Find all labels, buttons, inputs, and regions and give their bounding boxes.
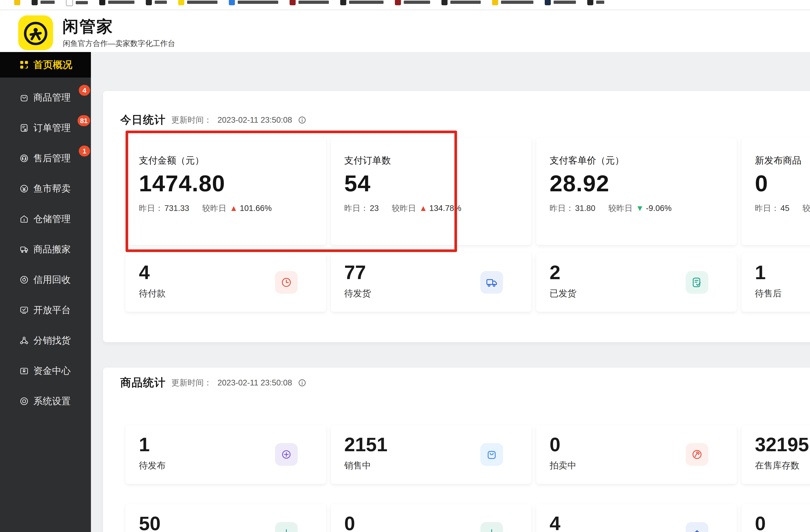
count-card[interactable]: 50 bbox=[126, 504, 326, 532]
bookmark-title-stub bbox=[450, 1, 481, 4]
metric-label: 新发布商品 bbox=[755, 154, 810, 167]
product-stats-panel: 商品统计更新时间：2023-02-11 23:50:081待发布2151销售中0… bbox=[103, 368, 810, 532]
sidebar-item-5[interactable]: 仓储管理 bbox=[0, 204, 91, 234]
count-card[interactable]: 1待售后 bbox=[742, 253, 810, 312]
sidebar-item-4[interactable]: 鱼市帮卖 bbox=[0, 173, 91, 204]
bookmark-item[interactable] bbox=[395, 0, 430, 5]
headset-icon bbox=[19, 153, 29, 163]
bookmark-item[interactable] bbox=[146, 0, 167, 5]
delta-up-arrow-icon: ▲ bbox=[419, 204, 427, 213]
bookmark-title-stub bbox=[108, 1, 134, 4]
bookmark-favicon bbox=[290, 0, 296, 5]
clock-icon bbox=[280, 276, 292, 288]
sidebar-item-1[interactable]: 商品管理4 bbox=[0, 82, 91, 113]
settings-icon bbox=[19, 396, 29, 406]
sidebar-item-2[interactable]: 订单管理81 bbox=[0, 113, 91, 143]
count-card[interactable]: 32195在售库存数 bbox=[742, 425, 810, 484]
bookmark-title-stub bbox=[554, 1, 576, 4]
browser-bookmarks-bar[interactable] bbox=[0, 0, 810, 10]
bookmark-item[interactable] bbox=[178, 0, 217, 5]
arrow-down-icon bbox=[280, 527, 292, 532]
delta-value: 134.78% bbox=[429, 204, 461, 213]
yesterday-value: 45 bbox=[780, 204, 790, 213]
network-icon bbox=[19, 336, 29, 345]
yesterday-label: 昨日： bbox=[755, 203, 779, 214]
metric-value: 28.92 bbox=[550, 170, 725, 197]
delta-up-arrow-icon: ▲ bbox=[230, 204, 238, 213]
metric-comparison-row: 昨日：23较昨日▲134.78% bbox=[344, 203, 519, 214]
updated-time-label: 更新时间： bbox=[171, 114, 212, 126]
bookmark-item[interactable] bbox=[492, 0, 533, 5]
metric-comparison-row: 昨日：31.80较昨日▼-9.06% bbox=[550, 203, 725, 214]
sidebar-item-9[interactable]: 分销找货 bbox=[0, 325, 91, 356]
notification-badge: 1 bbox=[79, 146, 90, 156]
bookmark-favicon bbox=[587, 0, 593, 5]
bookmark-item[interactable] bbox=[545, 0, 576, 5]
bookmark-title-stub bbox=[596, 1, 604, 4]
sidebar-item-10[interactable]: 资金中心 bbox=[0, 356, 91, 386]
info-icon[interactable] bbox=[298, 116, 307, 124]
count-card[interactable]: 0 bbox=[742, 504, 810, 532]
count-icon-box bbox=[480, 443, 503, 466]
bookmark-item[interactable] bbox=[290, 0, 329, 5]
bookmark-title-stub bbox=[155, 1, 167, 4]
count-card-row: 1待发布2151销售中0拍卖中32195在售库存数 bbox=[126, 425, 810, 484]
count-card[interactable]: 1待发布 bbox=[126, 425, 326, 484]
hammer-icon bbox=[691, 448, 703, 461]
sidebar-item-8[interactable]: 开放平台 bbox=[0, 295, 91, 325]
count-card[interactable]: 0 bbox=[331, 504, 531, 532]
notification-badge: 4 bbox=[79, 85, 90, 96]
count-value: 1 bbox=[755, 263, 810, 282]
sidebar-item-label: 订单管理 bbox=[33, 122, 71, 134]
bookmark-title-stub bbox=[76, 1, 88, 4]
wallet-icon bbox=[19, 366, 29, 376]
yesterday-value: 23 bbox=[370, 204, 379, 213]
bookmark-item[interactable] bbox=[32, 0, 55, 5]
sidebar-item-label: 资金中心 bbox=[33, 365, 71, 377]
count-icon-box bbox=[275, 443, 298, 466]
bookmark-title-stub bbox=[501, 1, 533, 4]
sidebar-item-label: 鱼市帮卖 bbox=[33, 182, 71, 195]
count-card[interactable]: 77待发货 bbox=[331, 253, 531, 312]
sidebar-item-6[interactable]: 商品搬家 bbox=[0, 234, 91, 265]
count-label: 待售后 bbox=[755, 287, 810, 299]
sidebar-item-label: 开放平台 bbox=[33, 304, 71, 316]
count-card[interactable]: 4待付款 bbox=[126, 253, 326, 312]
count-card-row: 50040 bbox=[126, 504, 810, 532]
sidebar-item-label: 商品管理 bbox=[33, 91, 71, 104]
sidebar-item-label: 商品搬家 bbox=[33, 243, 71, 256]
sidebar-item-11[interactable]: 系统设置 bbox=[0, 386, 91, 416]
count-card[interactable]: 2已发货 bbox=[536, 253, 737, 312]
count-card[interactable]: 4 bbox=[536, 504, 737, 532]
bookmark-favicon bbox=[492, 0, 498, 5]
bookmark-item[interactable] bbox=[99, 0, 134, 5]
metric-value: 1474.80 bbox=[139, 170, 314, 197]
truck-move-icon bbox=[19, 245, 29, 254]
updated-time-value: 2023-02-11 23:50:08 bbox=[217, 115, 292, 124]
yesterday-value: 31.80 bbox=[575, 204, 595, 213]
metric-card-row: 支付金额（元）1474.80昨日：731.33较昨日▲101.66%支付订单数5… bbox=[126, 138, 810, 245]
bookmark-item[interactable] bbox=[229, 0, 278, 5]
yesterday-label: 昨日： bbox=[550, 203, 574, 214]
count-card[interactable]: 2151销售中 bbox=[331, 425, 531, 484]
compare-label: 较昨日 bbox=[202, 203, 226, 214]
count-card[interactable]: 0拍卖中 bbox=[536, 425, 737, 484]
bookmark-title-stub bbox=[298, 1, 329, 4]
bookmark-item[interactable] bbox=[587, 0, 604, 5]
metric-comparison-row: 昨日：731.33较昨日▲101.66% bbox=[139, 203, 314, 214]
app-tagline: 闲鱼官方合作—卖家数字化工作台 bbox=[63, 38, 175, 49]
metric-card: 支付订单数54昨日：23较昨日▲134.78% bbox=[331, 138, 531, 245]
info-icon[interactable] bbox=[298, 378, 307, 387]
sidebar-item-7[interactable]: 信用回收 bbox=[0, 265, 91, 295]
metric-label: 支付金额（元） bbox=[139, 154, 314, 167]
bookmark-favicon bbox=[178, 0, 184, 5]
compare-label: 较昨日 bbox=[803, 203, 810, 214]
bookmark-item[interactable] bbox=[66, 0, 88, 6]
bookmark-item[interactable] bbox=[14, 0, 20, 5]
plus-circle-icon bbox=[280, 448, 292, 461]
bookmark-item[interactable] bbox=[340, 0, 384, 5]
grid-icon bbox=[19, 60, 29, 70]
sidebar-item-3[interactable]: 售后管理1 bbox=[0, 143, 91, 173]
bookmark-item[interactable] bbox=[441, 0, 481, 5]
sidebar-item-home[interactable]: 首页概况 bbox=[0, 52, 91, 78]
